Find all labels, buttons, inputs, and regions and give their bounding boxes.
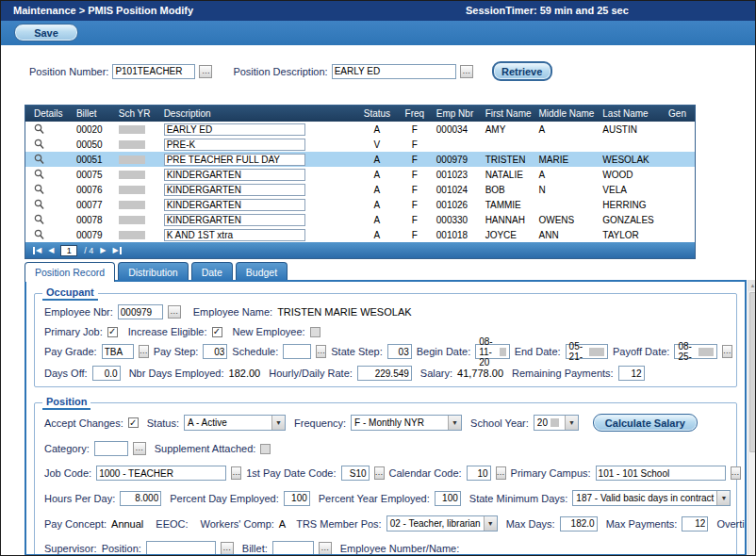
category-input[interactable] — [94, 441, 128, 456]
first-pay-date-code-input[interactable] — [341, 466, 370, 481]
employee-nbr-input[interactable] — [118, 304, 163, 319]
table-row[interactable]: 00077 KINDERGARTEN A F 001026 TAMMIE HER… — [25, 197, 695, 212]
pay-grade-lookup-button[interactable]: … — [139, 345, 149, 358]
table-row[interactable]: 00020 EARLY ED A F 000034 AMY A AUSTIN — [25, 122, 695, 137]
hourly-daily-rate-input[interactable] — [357, 366, 412, 381]
max-days-input[interactable] — [560, 516, 598, 531]
new-employee-checkbox[interactable] — [310, 327, 320, 337]
supervisor-billet-lookup-button[interactable]: … — [319, 542, 332, 555]
increase-eligible-checkbox[interactable]: ✓ — [212, 327, 222, 337]
table-row[interactable]: 00050 PRE-K V F — [25, 137, 695, 152]
percent-year-employed-input[interactable] — [435, 491, 461, 506]
school-year-label: School Year: — [470, 417, 529, 429]
status-select[interactable]: A - Active▼ — [184, 415, 286, 431]
hours-per-day-label: Hours Per Day: — [44, 493, 115, 504]
table-row[interactable]: 00075 KINDERGARTEN A F 001023 NATALIE A … — [25, 167, 695, 182]
payoff-date-input[interactable]: 08-25- — [674, 344, 716, 359]
primary-campus-lookup-button[interactable]: … — [731, 466, 741, 480]
hours-per-day-input[interactable] — [120, 491, 161, 506]
last-page-button[interactable]: ▶ — [112, 247, 121, 254]
supervisor-position-input[interactable] — [146, 541, 216, 556]
tab-position-record[interactable]: Position Record — [25, 262, 115, 282]
tab-distribution[interactable]: Distribution — [118, 262, 189, 281]
description-input[interactable]: K AND 1ST xtra — [164, 229, 305, 241]
school-year-select[interactable]: 20▼ — [534, 415, 579, 431]
description-input[interactable]: KINDERGARTEN — [164, 169, 305, 181]
begin-date-input[interactable]: 08-11-20 — [475, 344, 509, 359]
first-pay-date-code-label: 1st Pay Date Code: — [246, 467, 336, 479]
description-input[interactable]: KINDERGARTEN — [164, 214, 305, 226]
first-pay-date-code-lookup-button[interactable]: … — [374, 466, 385, 480]
supervisor-label: Supervisor: — [44, 543, 97, 554]
table-row-selected[interactable]: 00051 PRE TEACHER FULL DAY A F 000979 TR… — [25, 152, 695, 167]
percent-day-employed-input[interactable] — [284, 491, 310, 506]
description-input[interactable]: PRE-K — [164, 139, 305, 151]
table-row[interactable]: 00079 K AND 1ST xtra A F 001018 JOYCE AN… — [25, 227, 695, 242]
category-lookup-button[interactable]: … — [133, 442, 146, 455]
state-step-input[interactable] — [387, 344, 412, 359]
scrollbar-thumb[interactable] — [749, 292, 756, 452]
calendar-code-input[interactable] — [467, 466, 491, 481]
dropdown-arrow-icon: ▼ — [484, 516, 497, 531]
max-days-label: Max Days: — [506, 518, 555, 530]
details-magnifier-icon[interactable] — [34, 184, 44, 195]
employee-nbr-lookup-button[interactable]: … — [168, 305, 181, 319]
table-row[interactable]: 00078 KINDERGARTEN A F 000330 HANNAH OWE… — [25, 212, 695, 227]
position-number-input[interactable] — [112, 64, 195, 79]
retrieve-button[interactable]: Retrieve — [492, 61, 552, 81]
cell-last-name: GONZALES — [599, 212, 665, 227]
end-date-input[interactable]: 05-21- — [566, 344, 608, 359]
previous-page-button[interactable]: ◀ — [48, 247, 54, 254]
dept-label: Dept: — [746, 467, 747, 479]
position-description-input[interactable] — [332, 64, 456, 79]
frequency-select[interactable]: F - Monthly NYR▼ — [351, 415, 462, 431]
max-payments-label: Max Payments: — [606, 518, 678, 530]
tab-date[interactable]: Date — [191, 262, 233, 281]
cell-emp-nbr: 001023 — [433, 167, 482, 182]
description-input[interactable]: PRE TEACHER FULL DAY — [164, 154, 305, 166]
details-magnifier-icon[interactable] — [34, 214, 44, 225]
description-input[interactable]: KINDERGARTEN — [164, 184, 305, 196]
pay-grade-input[interactable] — [102, 344, 134, 359]
tab-budget[interactable]: Budget — [236, 262, 288, 281]
details-magnifier-icon[interactable] — [34, 169, 44, 180]
schedule-lookup-button[interactable]: … — [316, 345, 326, 358]
position-number-lookup-button[interactable]: … — [199, 65, 212, 78]
first-page-button[interactable]: ◀ — [33, 247, 41, 254]
details-magnifier-icon[interactable] — [34, 154, 44, 165]
max-payments-input[interactable] — [682, 516, 708, 531]
payoff-date-lookup-button[interactable]: … — [722, 345, 732, 358]
trs-member-pos-select[interactable]: 02 - Teacher, librarian▼ — [386, 515, 498, 531]
table-row[interactable]: 00076 KINDERGARTEN A F 001024 BOB N VELA — [25, 182, 695, 197]
days-off-input[interactable] — [92, 366, 121, 381]
cell-gen — [665, 212, 695, 227]
details-magnifier-icon[interactable] — [34, 229, 44, 240]
save-button[interactable]: Save — [14, 24, 78, 41]
schedule-input[interactable] — [283, 344, 311, 359]
cell-freq: F — [397, 152, 433, 167]
remaining-payments-input[interactable] — [618, 366, 645, 381]
end-date-redaction — [589, 348, 604, 356]
details-magnifier-icon[interactable] — [34, 139, 44, 150]
state-minimum-days-select[interactable]: 187 - Valid basic days in contract▼ — [572, 490, 731, 506]
pay-step-input[interactable] — [203, 344, 227, 359]
supervisor-position-lookup-button[interactable]: … — [221, 542, 234, 555]
job-code-input[interactable] — [96, 466, 226, 481]
next-page-button[interactable]: ▶ — [100, 247, 106, 254]
primary-campus-input[interactable] — [596, 466, 726, 481]
scroll-up-button[interactable]: ▲ — [748, 280, 756, 291]
calendar-code-lookup-button[interactable]: … — [496, 466, 506, 480]
vertical-scrollbar[interactable]: ▲ — [748, 280, 756, 556]
page-number-input[interactable]: 1 — [60, 245, 77, 256]
supervisor-billet-input[interactable] — [272, 541, 314, 556]
description-input[interactable]: KINDERGARTEN — [164, 199, 305, 211]
accept-changes-checkbox[interactable]: ✓ — [128, 417, 139, 428]
description-input[interactable]: EARLY ED — [164, 123, 305, 136]
details-magnifier-icon[interactable] — [34, 123, 44, 135]
calculate-salary-button[interactable]: Calculate Salary — [593, 414, 698, 432]
supplement-attached-checkbox[interactable] — [260, 444, 271, 454]
details-magnifier-icon[interactable] — [34, 199, 44, 210]
primary-job-checkbox[interactable]: ✓ — [107, 327, 118, 337]
position-description-lookup-button[interactable]: … — [460, 65, 473, 78]
job-code-lookup-button[interactable]: … — [231, 466, 241, 480]
